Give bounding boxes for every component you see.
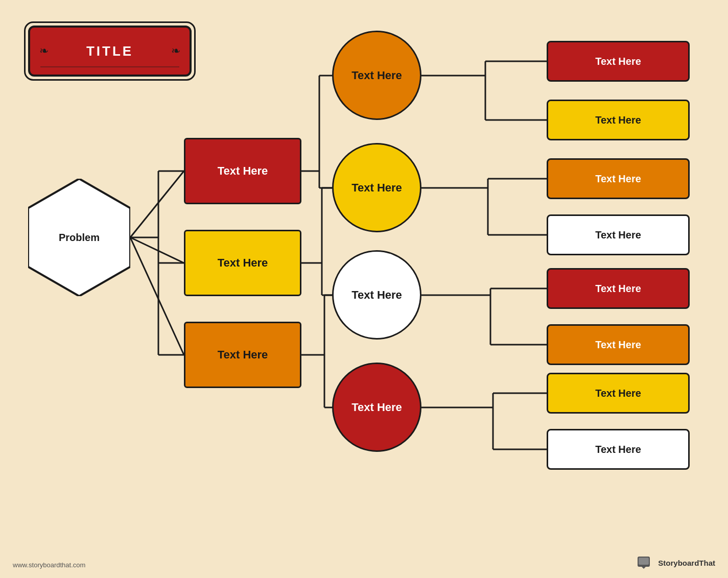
- rect-node-2: Text Here: [184, 230, 301, 296]
- title-text: TITLE: [86, 43, 133, 59]
- right-box-2-label: Text Here: [595, 114, 641, 126]
- circle-node-3-label: Text Here: [351, 288, 402, 302]
- right-box-2: Text Here: [547, 100, 690, 140]
- rect-node-1: Text Here: [184, 138, 301, 204]
- rect-node-1-label: Text Here: [218, 164, 268, 178]
- right-box-3-label: Text Here: [595, 173, 641, 185]
- svg-line-0: [130, 237, 184, 263]
- footer-right: StoryboardThat: [638, 555, 715, 571]
- right-box-8-label: Text Here: [595, 444, 641, 455]
- hexagon-label: Problem: [59, 232, 100, 244]
- right-box-5: Text Here: [547, 268, 690, 309]
- title-ornament-right: ❧: [171, 44, 180, 58]
- circle-node-4-label: Text Here: [351, 401, 402, 414]
- title-ornament-left: ❧: [39, 44, 49, 58]
- svg-line-2: [130, 237, 184, 355]
- right-box-7-label: Text Here: [595, 388, 641, 399]
- circle-node-2-label: Text Here: [351, 181, 402, 195]
- circle-node-1: Text Here: [332, 31, 421, 120]
- footer-left: www.storyboardthat.com: [13, 561, 85, 569]
- footer-url: www.storyboardthat.com: [13, 561, 85, 569]
- footer-brand: StoryboardThat: [658, 559, 715, 567]
- rect-node-2-label: Text Here: [218, 256, 268, 270]
- title-underline: [40, 66, 179, 67]
- circle-node-2: Text Here: [332, 143, 421, 232]
- storyboardthat-icon: [638, 555, 654, 571]
- svg-line-1: [130, 171, 184, 237]
- svg-rect-38: [639, 558, 649, 565]
- right-box-3: Text Here: [547, 158, 690, 199]
- right-box-1: Text Here: [547, 41, 690, 82]
- right-box-8: Text Here: [547, 429, 690, 470]
- hexagon-wrapper: Problem: [28, 179, 130, 296]
- title-box: ❧ TITLE ❧: [28, 26, 192, 77]
- right-box-7: Text Here: [547, 373, 690, 414]
- rect-node-3: Text Here: [184, 322, 301, 388]
- circle-node-3: Text Here: [332, 250, 421, 340]
- right-box-4: Text Here: [547, 214, 690, 255]
- canvas: ❧ TITLE ❧ Problem Text Here Text Here Te…: [0, 0, 728, 578]
- circle-node-1-label: Text Here: [351, 69, 402, 82]
- right-box-5-label: Text Here: [595, 283, 641, 295]
- svg-marker-39: [642, 567, 646, 569]
- rect-node-3-label: Text Here: [218, 348, 268, 362]
- circle-node-4: Text Here: [332, 363, 421, 452]
- right-box-1-label: Text Here: [595, 56, 641, 67]
- right-box-6: Text Here: [547, 324, 690, 365]
- right-box-6-label: Text Here: [595, 339, 641, 351]
- right-box-4-label: Text Here: [595, 229, 641, 241]
